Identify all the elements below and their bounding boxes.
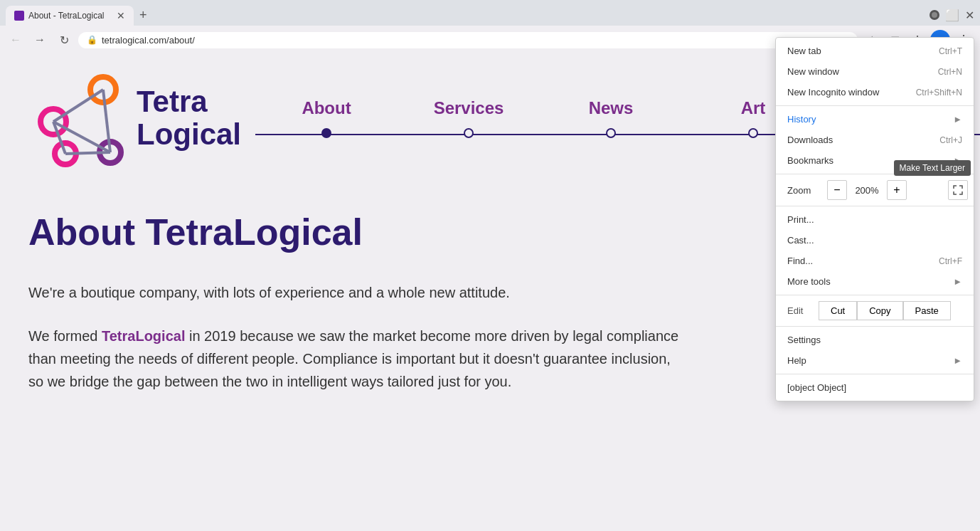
menu-arrow-more-tools: ► bbox=[953, 276, 962, 287]
menu-shortcut-new-window: Ctrl+N bbox=[938, 67, 962, 77]
menu-divider-1 bbox=[776, 105, 974, 106]
menu-item-print[interactable]: Print... bbox=[776, 209, 974, 230]
menu-arrow-help: ► bbox=[953, 355, 962, 366]
svg-line-9 bbox=[65, 152, 110, 154]
logo-area: Tetra Logical bbox=[28, 68, 241, 168]
reload-button[interactable]: ↻ bbox=[54, 30, 74, 50]
menu-label-print: Print... bbox=[787, 214, 814, 225]
nav-label-about: About bbox=[302, 98, 351, 118]
body-paragraph: We formed TetraLogical in 2019 because w… bbox=[28, 325, 683, 393]
new-tab-button[interactable]: + bbox=[134, 5, 153, 26]
menu-label-history: History bbox=[787, 114, 816, 125]
menu-shortcut-find: Ctrl+F bbox=[939, 256, 962, 266]
main-content: About TetraLogical We're a boutique comp… bbox=[0, 182, 711, 436]
nav-dot-about bbox=[321, 128, 331, 138]
zoom-in-button[interactable]: + bbox=[887, 180, 907, 200]
menu-label-new-tab: New tab bbox=[787, 46, 821, 56]
nav-label-news: News bbox=[589, 98, 634, 118]
back-button[interactable]: ← bbox=[6, 30, 26, 50]
nav-dot-news bbox=[606, 128, 616, 138]
nav-item-about[interactable]: About bbox=[255, 98, 398, 138]
window-restore-button[interactable]: ⬜ bbox=[945, 9, 959, 22]
svg-line-5 bbox=[53, 90, 103, 122]
edit-actions: Cut Copy Paste bbox=[819, 301, 951, 320]
menu-divider-6 bbox=[776, 374, 974, 374]
menu-divider-4 bbox=[776, 295, 974, 295]
copy-button[interactable]: Copy bbox=[857, 301, 902, 320]
tab-title: About - TetraLogical bbox=[28, 11, 105, 21]
zoom-label: Zoom bbox=[782, 185, 824, 196]
nav-dot-art bbox=[748, 128, 758, 138]
menu-label-find: Find... bbox=[787, 256, 813, 266]
menu-item-new-tab[interactable]: New tab Ctrl+T bbox=[776, 41, 974, 61]
edit-label: Edit bbox=[776, 305, 819, 316]
menu-label-downloads: Downloads bbox=[787, 135, 833, 145]
menu-shortcut-new-tab: Ctrl+T bbox=[939, 46, 962, 56]
menu-item-cast[interactable]: Cast... bbox=[776, 230, 974, 251]
menu-item-exit[interactable]: [object Object] bbox=[776, 377, 974, 398]
menu-item-history[interactable]: History ► bbox=[776, 109, 974, 130]
menu-label-settings: Settings bbox=[787, 335, 821, 345]
menu-shortcut-incognito: Ctrl+Shift+N bbox=[916, 88, 962, 98]
intro-paragraph: We're a boutique company, with lots of e… bbox=[28, 282, 683, 303]
window-close-button[interactable]: ✕ bbox=[965, 9, 974, 22]
menu-item-more-tools[interactable]: More tools ► bbox=[776, 271, 974, 292]
logo-svg bbox=[28, 68, 128, 168]
nav-dot-services bbox=[464, 128, 474, 138]
cut-button[interactable]: Cut bbox=[819, 301, 857, 320]
svg-point-0 bbox=[932, 12, 937, 18]
make-text-larger-tooltip: Make Text Larger bbox=[894, 160, 971, 176]
menu-arrow-history: ► bbox=[953, 114, 962, 125]
menu-divider-5 bbox=[776, 326, 974, 327]
zoom-out-button[interactable]: − bbox=[827, 180, 847, 200]
page-title: About TetraLogical bbox=[28, 211, 683, 253]
menu-item-new-window[interactable]: New window Ctrl+N bbox=[776, 61, 974, 82]
menu-shortcut-downloads: Ctrl+J bbox=[939, 135, 962, 145]
menu-label-exit: [object Object] bbox=[787, 382, 846, 393]
fullscreen-icon bbox=[953, 185, 963, 195]
zoom-row: Zoom − 200% + Make Text Larger bbox=[776, 177, 974, 203]
menu-item-help[interactable]: Help ► bbox=[776, 350, 974, 371]
lock-icon: 🔒 bbox=[87, 35, 97, 45]
menu-label-more-tools: More tools bbox=[787, 276, 831, 287]
zoom-value: 200% bbox=[850, 185, 884, 196]
menu-label-bookmarks: Bookmarks bbox=[787, 155, 833, 166]
brand-name: TetraLogical bbox=[102, 328, 185, 344]
address-bar[interactable]: 🔒 tetralogical.com/about/ bbox=[78, 32, 858, 48]
menu-item-downloads[interactable]: Downloads Ctrl+J bbox=[776, 130, 974, 150]
edit-row: Edit Cut Copy Paste bbox=[776, 298, 974, 323]
menu-item-find[interactable]: Find... Ctrl+F bbox=[776, 251, 974, 271]
menu-label-help: Help bbox=[787, 355, 806, 366]
menu-divider-3 bbox=[776, 206, 974, 206]
logo-line2: Logical bbox=[137, 118, 241, 151]
menu-label-incognito: New Incognito window bbox=[787, 87, 879, 98]
paste-button[interactable]: Paste bbox=[903, 301, 951, 320]
window-control-minimize-icon bbox=[930, 10, 939, 20]
tab-favicon bbox=[14, 11, 24, 21]
nav-item-news[interactable]: News bbox=[540, 98, 682, 138]
nav-label-art: Art bbox=[741, 98, 766, 118]
url-display: tetralogical.com/about/ bbox=[102, 35, 195, 46]
active-tab[interactable]: About - TetraLogical ✕ bbox=[6, 6, 134, 26]
context-menu: New tab Ctrl+T New window Ctrl+N New Inc… bbox=[775, 37, 974, 401]
menu-item-settings[interactable]: Settings bbox=[776, 330, 974, 350]
tab-strip: About - TetraLogical ✕ + bbox=[6, 5, 153, 26]
body-text-part1: We formed bbox=[28, 328, 102, 344]
zoom-fullscreen-button[interactable] bbox=[948, 180, 968, 200]
menu-label-new-window: New window bbox=[787, 66, 839, 77]
logo-line1: Tetra bbox=[137, 85, 241, 118]
menu-item-incognito[interactable]: New Incognito window Ctrl+Shift+N bbox=[776, 82, 974, 102]
forward-button[interactable]: → bbox=[30, 30, 50, 50]
menu-label-cast: Cast... bbox=[787, 235, 814, 246]
nav-label-services: Services bbox=[434, 98, 504, 118]
browser-title-bar: About - TetraLogical ✕ + ⬜ ✕ bbox=[0, 0, 980, 26]
nav-item-services[interactable]: Services bbox=[398, 98, 540, 138]
logo-text: Tetra Logical bbox=[137, 85, 241, 151]
tab-close-button[interactable]: ✕ bbox=[117, 10, 125, 21]
